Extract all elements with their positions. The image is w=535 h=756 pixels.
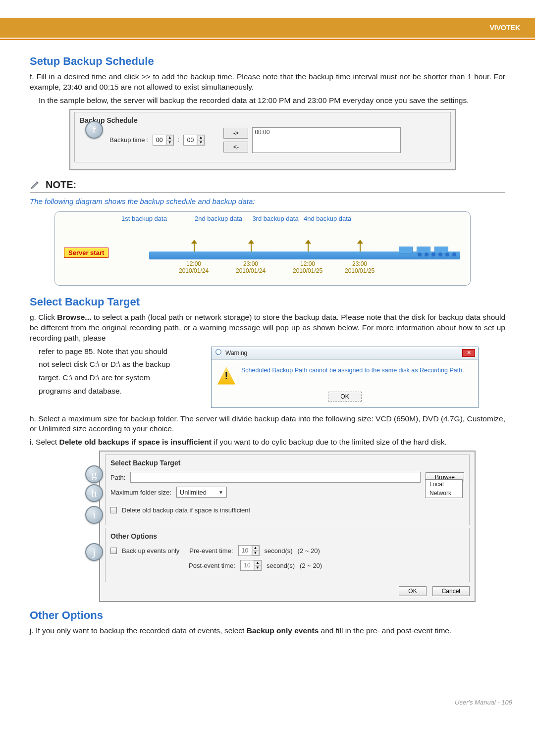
diagram-label-3: 3rd backup data <box>251 215 300 222</box>
paragraph-i: i. Select Delete old backups if space is… <box>30 437 505 448</box>
backup-time-row: Backup time : ▲ ▼ : ▲ ▼ <box>80 127 445 153</box>
select-backup-target-screenshot: Select Backup Target Path: Browse Local … <box>99 451 476 602</box>
footer-page: 109 <box>501 699 512 706</box>
minute-up-button[interactable]: ▲ <box>197 135 204 140</box>
backup-diagram: 1st backup data 2nd backup data 3rd back… <box>54 211 471 286</box>
warning-body: ! Scheduled Backup Path cannot be assign… <box>212 360 478 392</box>
hour-down-button[interactable]: ▼ <box>166 140 173 145</box>
post-up-button[interactable]: ▲ <box>254 560 261 565</box>
cancel-button[interactable]: Cancel <box>432 586 470 596</box>
time-colon: : <box>178 136 180 144</box>
g-side-row: refer to page 85. Note that you should n… <box>30 347 505 408</box>
chevron-down-icon: ▼ <box>218 490 223 495</box>
backup-hour-spinner[interactable]: ▲ ▼ <box>153 135 174 146</box>
browse-option-local[interactable]: Local <box>426 480 462 489</box>
events-row: Back up events only Pre-event time: ▲ ▼ … <box>110 543 464 558</box>
warning-title: Warning <box>225 350 459 356</box>
backup-minute-input[interactable] <box>184 135 197 145</box>
backup-minute-spinner[interactable]: ▲ ▼ <box>183 135 205 146</box>
add-time-button[interactable]: -> <box>223 128 248 139</box>
time-4: 23:002010/01/25 <box>345 260 374 274</box>
max-folder-row: Maximum folder size: Unlimited ▼ <box>110 485 464 500</box>
callout-g: g <box>85 465 103 483</box>
paragraph-f2: In the sample below, the server will bac… <box>30 96 505 106</box>
warning-balloon-icon <box>214 349 222 358</box>
arrow-1 <box>194 244 195 252</box>
backup-hour-input[interactable] <box>153 135 166 145</box>
arrow-3 <box>308 244 309 252</box>
dialog-buttons: OK Cancel <box>105 582 470 596</box>
backup-time-list-item[interactable]: 00:00 <box>255 129 398 136</box>
post-range: (2 ~ 20) <box>300 562 322 569</box>
brand-text: VIVOTEK <box>490 24 520 32</box>
post-event-input[interactable] <box>241 560 254 570</box>
page-footer: User's Manual - 109 <box>0 669 535 716</box>
max-folder-select[interactable]: Unlimited ▼ <box>176 487 227 498</box>
ok-button[interactable]: OK <box>399 586 426 596</box>
post-down-button[interactable]: ▼ <box>254 565 261 570</box>
paragraph-g-s2: not select disk C:\ or D:\ as the backup <box>30 359 208 370</box>
other-options-title: Other Options <box>30 609 505 622</box>
backup-schedule-group-title: Backup Schedule <box>80 116 445 124</box>
callout-f: f <box>85 121 103 139</box>
delete-old-label: Delete old backup data if space is insuf… <box>122 506 250 514</box>
paragraph-j: j. If you only want to backup the record… <box>30 626 505 636</box>
note-text: The following diagram shows the backup s… <box>30 197 505 205</box>
svg-point-0 <box>216 349 221 354</box>
warning-ok-button[interactable]: OK <box>328 392 361 402</box>
warning-message: Scheduled Backup Path cannot be assigned… <box>241 367 464 374</box>
pre-up-button[interactable]: ▲ <box>252 546 259 551</box>
pre-event-spinner[interactable]: ▲ ▼ <box>238 545 260 556</box>
browse-dropdown[interactable]: Local Network <box>425 479 463 498</box>
pre-down-button[interactable]: ▼ <box>252 551 259 555</box>
paragraph-g-s1: refer to page 85. Note that you should <box>30 347 208 357</box>
pre-seconds: second(s) <box>265 547 293 554</box>
paragraph-g-s3: target. C:\ and D:\ are for system <box>30 373 208 383</box>
max-folder-label: Maximum folder size: <box>110 489 171 496</box>
time-2: 23:002010/01/24 <box>236 260 266 274</box>
path-label: Path: <box>110 474 125 481</box>
paragraph-g-main: g. Click Browse... to select a path (loc… <box>30 312 505 344</box>
backup-schedule-group: Backup Schedule Backup time : ▲ ▼ : ▲ ▼ <box>74 112 451 162</box>
note-bar: NOTE: <box>30 177 505 193</box>
diagram-label-2: 2nd backup data <box>194 215 243 222</box>
delete-old-checkbox[interactable] <box>110 507 117 513</box>
pencil-icon <box>30 179 41 190</box>
diagram-label-4: 4nd backup data <box>303 215 352 222</box>
backup-schedule-screenshot: Backup Schedule Backup time : ▲ ▼ : ▲ ▼ <box>69 109 456 170</box>
post-event-spinner[interactable]: ▲ ▼ <box>240 560 262 571</box>
minute-down-button[interactable]: ▼ <box>197 140 204 145</box>
browse-option-network[interactable]: Network <box>426 489 462 498</box>
select-target-group: Select Backup Target Path: Browse Local … <box>105 454 470 525</box>
diagram-continuation-dots <box>418 252 456 256</box>
header-bar: VIVOTEK <box>0 18 535 38</box>
arrow-2 <box>251 244 252 252</box>
backup-time-list[interactable]: 00:00 <box>252 127 401 153</box>
callout-i: i <box>85 506 103 524</box>
paragraph-h: h. Select a maximum size for backup fold… <box>30 414 505 435</box>
close-icon[interactable]: ✕ <box>462 349 475 357</box>
post-event-row: Post-event time: ▲ ▼ second(s) (2 ~ 20) <box>110 558 464 573</box>
select-target-group-title: Select Backup Target <box>110 459 464 467</box>
arrow-4 <box>360 244 361 252</box>
backup-events-checkbox[interactable] <box>110 548 117 554</box>
pre-range: (2 ~ 20) <box>298 547 320 554</box>
select-backup-title: Select Backup Target <box>30 296 505 308</box>
post-seconds: second(s) <box>267 562 295 569</box>
warning-triangle-icon: ! <box>217 367 235 385</box>
server-start-tag: Server start <box>64 248 108 258</box>
backup-events-label: Back up events only <box>122 547 179 554</box>
hour-up-button[interactable]: ▲ <box>166 135 173 140</box>
note-label: NOTE: <box>46 179 76 191</box>
page-content: Setup Backup Schedule f. Fill in a desir… <box>0 40 535 669</box>
remove-time-button[interactable]: <- <box>223 142 248 152</box>
warning-titlebar: Warning ✕ <box>212 347 478 360</box>
max-folder-value: Unlimited <box>180 489 207 496</box>
path-input[interactable] <box>130 472 421 483</box>
callout-j: j <box>85 543 103 561</box>
time-1: 12:002010/01/24 <box>179 260 209 274</box>
pre-event-input[interactable] <box>239 546 252 555</box>
pre-event-label: Pre-event time: <box>189 547 233 554</box>
callout-h: h <box>85 484 103 502</box>
paragraph-g-s4: programs and database. <box>30 386 208 397</box>
